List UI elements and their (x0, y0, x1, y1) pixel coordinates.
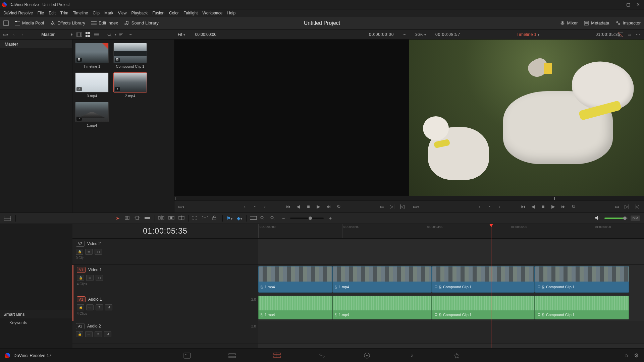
video-clip[interactable]: ⊡⎘Compound Clip 1 (535, 266, 629, 293)
media-clip[interactable]: ⊡Compound Clip 1 (113, 43, 147, 68)
video-clip[interactable]: ⎘1.mp4 (332, 266, 432, 293)
media-clip[interactable]: ⊞Timeline 1 (75, 43, 109, 68)
nav-back-button[interactable]: ‹ (11, 31, 17, 38)
audio-clip[interactable]: ⎘1.mp4 (258, 296, 332, 319)
marker-dropdown[interactable]: ◆▾ (236, 216, 243, 221)
disable-track-icon[interactable]: ▢ (96, 275, 103, 281)
lock-icon[interactable]: 🔒 (77, 275, 84, 281)
track-header-a2[interactable]: A2Audio 22.0 🔒 ▭ S M (72, 321, 258, 344)
audio-clip[interactable]: ⎘1.mp4 (332, 296, 432, 319)
window-maximize-button[interactable]: ▢ (626, 2, 630, 7)
bin-root[interactable]: Master (0, 40, 72, 48)
source-zoom-dropdown[interactable]: Fit ▾ (178, 32, 185, 37)
lock-icon[interactable]: 🔒 (76, 331, 83, 337)
menu-item[interactable]: Color (169, 11, 179, 15)
prog-in-icon[interactable]: ▷| (624, 204, 630, 209)
metadata-toggle[interactable]: Metadata (584, 20, 609, 26)
menu-item[interactable]: Clip (93, 11, 100, 15)
timeline-ruler[interactable]: 01:00:00:00 01:00:02:00 01:00:04:00 01:0… (258, 224, 644, 239)
position-lock-icon[interactable] (212, 216, 219, 221)
solo-button[interactable]: S (95, 331, 102, 337)
replace-clip-icon[interactable] (178, 216, 185, 221)
menu-item[interactable]: Timeline (73, 11, 88, 15)
window-close-button[interactable]: ✕ (636, 2, 640, 7)
go-end-icon[interactable]: ⏭ (325, 204, 332, 209)
src-nav-dot[interactable]: • (252, 204, 258, 209)
menu-item[interactable]: Mark (104, 11, 113, 15)
menu-item[interactable]: Fusion (152, 11, 164, 15)
auto-select-icon[interactable]: ▭ (85, 331, 93, 337)
smart-bins-header[interactable]: Smart Bins (0, 310, 72, 318)
track-tag[interactable]: V2 (76, 241, 85, 247)
menu-item[interactable]: Edit (49, 11, 56, 15)
effects-library-toggle[interactable]: Effects Library (50, 20, 85, 26)
zoom-in-icon[interactable]: + (327, 216, 334, 221)
menu-item[interactable]: Help (227, 11, 235, 15)
page-color[interactable] (357, 349, 377, 362)
stop-icon[interactable]: ■ (540, 204, 547, 209)
go-start-icon[interactable]: ⏮ (520, 204, 527, 209)
monitor-volume-icon[interactable] (595, 216, 602, 221)
search-icon[interactable] (106, 31, 113, 38)
page-media[interactable] (177, 349, 197, 362)
go-end-icon[interactable]: ⏭ (560, 204, 567, 209)
timeline-tracks-area[interactable]: 01:00:00:00 01:00:02:00 01:00:04:00 01:0… (258, 224, 644, 348)
media-clip[interactable]: ♪1.mp4 (75, 102, 109, 127)
smart-bin-item[interactable]: Keywords (0, 318, 72, 327)
sort-icon[interactable] (118, 31, 125, 38)
menu-item[interactable]: Trim (60, 11, 68, 15)
overwrite-clip-icon[interactable] (168, 216, 175, 221)
inspector-toggle[interactable]: Inspector (615, 20, 641, 26)
blade-tool[interactable] (145, 216, 151, 221)
go-start-icon[interactable]: ⏮ (285, 204, 292, 209)
options-icon[interactable]: ⋯ (127, 31, 134, 38)
detail-zoom-icon[interactable] (260, 216, 267, 221)
auto-select-icon[interactable]: ▭ (85, 249, 93, 255)
page-edit[interactable] (267, 349, 287, 362)
track-tag[interactable]: A2 (76, 323, 85, 329)
track-header-v2[interactable]: V2Video 2 🔒 ▭ ▢ 0 Clip (72, 239, 258, 265)
program-scrub[interactable] (409, 196, 644, 200)
bin-view-dropdown[interactable]: ▭ ▾ (3, 31, 8, 38)
page-cut[interactable] (222, 349, 242, 362)
step-back-icon[interactable]: ◀ (295, 204, 302, 209)
link-icon[interactable] (202, 216, 209, 221)
mixer-toggle[interactable]: Mixer (560, 20, 578, 26)
playhead[interactable] (491, 224, 491, 348)
page-deliver[interactable] (447, 349, 467, 362)
lock-icon[interactable]: 🔒 (76, 249, 83, 255)
src-out-icon[interactable]: |◁ (399, 204, 406, 209)
page-fusion[interactable] (312, 349, 332, 362)
view-strip-icon[interactable] (76, 31, 83, 38)
mute-button[interactable]: M (105, 304, 112, 310)
video-clip[interactable]: ⎘1.mp4 (258, 266, 332, 293)
auto-select-icon[interactable]: ▭ (86, 304, 94, 310)
single-viewer-icon[interactable]: ▭ (626, 31, 633, 38)
media-clip[interactable]: ♪3.mp4 (75, 72, 109, 98)
menu-item[interactable]: Fairlight (183, 11, 198, 15)
stop-icon[interactable]: ■ (305, 204, 312, 209)
src-in-icon[interactable]: ▷| (389, 204, 395, 209)
menu-item[interactable]: View (118, 11, 127, 15)
loop-icon[interactable]: ↻ (335, 204, 342, 209)
audio-clip[interactable]: ⊡⎘Compound Clip 1 (535, 296, 629, 319)
dim-button[interactable]: DIM (631, 216, 640, 221)
insert-clip-icon[interactable] (158, 216, 165, 221)
bin-path-label[interactable]: Master (41, 32, 55, 37)
flag-dropdown[interactable]: ⚑▾ (226, 216, 233, 221)
edit-index-toggle[interactable]: Edit Index (91, 20, 118, 25)
prog-nav-right[interactable]: › (496, 204, 503, 209)
src-nav-left[interactable]: ‹ (241, 204, 248, 209)
track-tag[interactable]: V1 (77, 267, 86, 273)
fullscreen-icon[interactable] (3, 20, 9, 26)
menu-item[interactable]: Playback (131, 11, 148, 15)
snapping-icon[interactable] (192, 216, 199, 221)
search-dropdown[interactable]: ▾ (115, 33, 116, 36)
prog-insert-icon[interactable]: ▭ (613, 204, 620, 209)
loop-icon[interactable]: ↻ (570, 204, 577, 209)
track-tag[interactable]: A1 (77, 296, 86, 302)
step-back-icon[interactable]: ◀ (530, 204, 537, 209)
prog-nav-dot[interactable]: • (486, 204, 493, 209)
mute-button[interactable]: M (104, 331, 111, 337)
track-header-a1[interactable]: A1Audio 12.0 🔒 ▭ S M 4 Clips (72, 294, 258, 321)
